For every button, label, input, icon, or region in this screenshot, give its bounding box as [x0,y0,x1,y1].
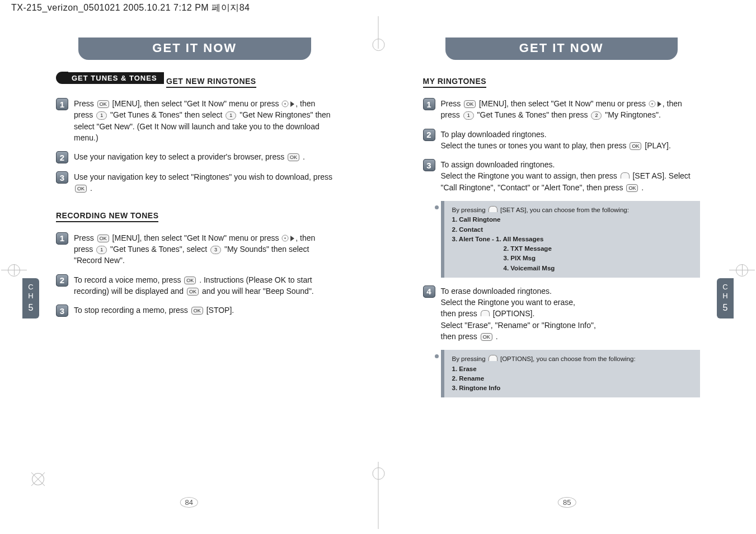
step-text: Press OK [MENU], then select "Get It Now… [74,98,334,143]
svg-point-1 [284,103,286,105]
svg-point-3 [284,237,286,239]
ribbon-label: GET TUNES & TONES [68,72,164,84]
info-line: 3. Ringtone Info [452,385,501,391]
step-number-badge: 3 [56,305,68,317]
nav-key-icon [281,100,289,107]
info-line: 4. Voicemail Msg [504,265,555,271]
step-number-badge: 1 [423,98,435,110]
section-ribbon: GET TUNES & TONES [56,72,164,84]
key-1-icon: 1 [463,111,474,120]
ok-key-icon: OK [184,277,196,284]
page-number: 84 [180,497,198,508]
page-banner: GET IT NOW [78,38,311,60]
page-left: GET IT NOW GET TUNES & TONES GET NEW RIN… [0,15,378,530]
svg-point-5 [651,103,653,105]
info-intro: By pressing [SET AS], you can choose fro… [452,205,695,215]
key-1-icon: 1 [96,111,107,120]
step-number-badge: 4 [423,285,435,298]
step: 2 Use your navigation key to select a pr… [56,151,334,163]
left-softkey-icon [489,206,497,212]
ok-key-icon: OK [75,185,87,193]
step-number-badge: 1 [56,232,68,245]
ok-key-icon: OK [97,100,109,108]
ok-key-icon: OK [481,333,492,341]
step-text: Press OK [MENU], then select "Get It Now… [74,232,334,266]
step-text: Press OK [MENU], then select "Get It Now… [441,98,701,121]
info-line: 2. Contact [452,226,483,233]
step-number-badge: 3 [423,159,435,171]
key-1-icon: 1 [96,246,107,254]
ok-key-icon: OK [630,142,641,150]
step-number-badge: 2 [56,151,68,163]
info-line: 3. Alert Tone - 1. All Messages [452,236,544,242]
info-line: 1. Call Ringtone [452,216,501,223]
nav-key-icon [281,235,289,242]
bullet-icon [435,205,439,209]
ok-key-icon: OK [464,100,476,108]
ok-key-icon: OK [626,184,638,192]
step: 2 To record a voice memo, press OK . Ins… [56,274,334,297]
step: 4 To erase downloaded ringtones.Select t… [423,285,701,342]
page-right: GET IT NOW MY RINGTONES 1 Press OK [MENU… [378,15,757,530]
info-line: 2. TXT Message [504,245,552,252]
chapter-number: 5 [22,302,39,313]
right-arrow-icon [658,101,661,107]
key-1-icon: 1 [226,111,236,120]
info-box-options: By pressing [OPTIONS], you can choose fr… [441,350,701,397]
step: 3 To assign downloaded ringtones.Select … [423,159,701,193]
ok-key-icon: OK [191,307,203,315]
page-number: 85 [558,497,576,508]
scan-file-header: TX-215_verizon_0501021 2005.10.21 7:12 P… [0,0,756,15]
info-intro: By pressing [OPTIONS], you can choose fr… [452,354,695,364]
page-banner: GET IT NOW [445,38,678,60]
ok-key-icon: OK [97,235,109,242]
step-text: Use your navigation key to select "Ringt… [74,171,334,194]
step-text: Use your navigation key to select a prov… [74,151,305,162]
step: 3 Use your navigation key to select "Rin… [56,171,334,194]
section-heading-recording-new-tones: RECORDING NEW TONES [56,211,158,222]
ok-key-icon: OK [187,288,199,296]
manual-spread: GET IT NOW GET TUNES & TONES GET NEW RIN… [0,15,756,530]
ok-key-icon: OK [288,153,299,161]
chapter-number: 5 [717,302,734,313]
step-text: To record a voice memo, press OK . Instr… [74,274,334,297]
step: 1 Press OK [MENU], then select "Get It N… [423,98,701,121]
section-heading-my-ringtones: MY RINGTONES [423,77,487,88]
step-number-badge: 2 [423,129,435,141]
right-softkey-icon [481,310,490,316]
section-heading-get-new-ringtones: GET NEW RINGTONES [166,77,256,88]
chapter-label: CH [28,283,33,300]
step-text: To stop recording a memo, press OK [STOP… [74,305,234,316]
step-number-badge: 3 [56,171,68,184]
step: 2 To play downloaded ringtones.Select th… [423,129,701,152]
step-text: To assign downloaded ringtones.Select th… [441,159,701,193]
nav-key-icon [649,100,656,107]
right-arrow-icon [290,236,294,241]
key-3-icon: 3 [210,246,221,254]
right-softkey-icon [489,355,497,361]
right-arrow-icon [290,101,294,107]
info-line: 3. PIX Msg [504,255,536,261]
info-line: 1. Erase [452,366,477,372]
step-number-badge: 1 [56,98,68,110]
step: 1 Press OK [MENU], then select "Get It N… [56,98,334,143]
bullet-icon [435,354,439,358]
key-2-icon: 2 [591,111,602,120]
step: 1 Press OK [MENU], then select "Get It N… [56,232,334,266]
info-line: 2. Rename [452,375,485,382]
chapter-tab: CH 5 [717,278,734,318]
info-box-set-as: By pressing [SET AS], you can choose fro… [441,201,701,278]
step-number-badge: 2 [56,274,68,287]
step-text: To play downloaded ringtones.Select the … [441,129,671,152]
left-softkey-icon [621,172,630,179]
step: 3 To stop recording a memo, press OK [ST… [56,305,334,317]
chapter-label: CH [722,283,727,300]
chapter-tab: CH 5 [22,278,39,318]
step-text: To erase downloaded ringtones.Select the… [441,285,596,342]
